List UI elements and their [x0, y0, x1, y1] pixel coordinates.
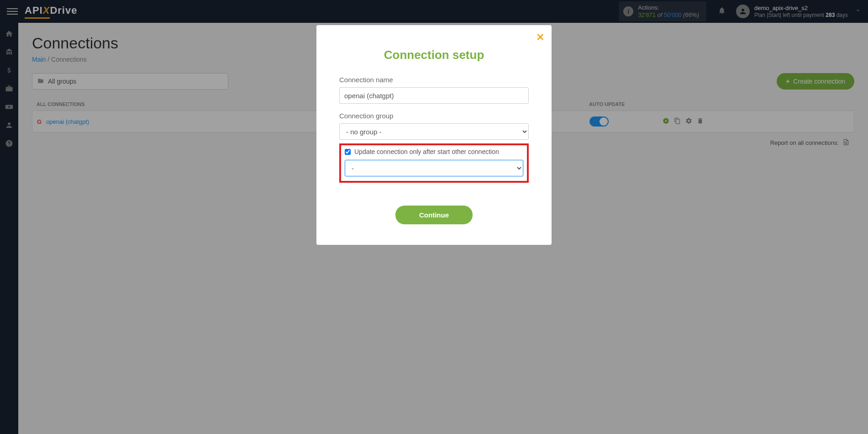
- connection-setup-modal: ✕ Connection setup Connection name Conne…: [316, 25, 552, 245]
- dependency-checkbox[interactable]: [345, 149, 351, 155]
- group-label: Connection group: [339, 112, 529, 120]
- name-label: Connection name: [339, 76, 529, 84]
- connection-group-select[interactable]: - no group -: [339, 123, 529, 140]
- dependency-highlight: Update connection only after start other…: [339, 143, 529, 183]
- dependency-checkbox-label: Update connection only after start other…: [354, 148, 499, 155]
- close-icon[interactable]: ✕: [536, 32, 544, 43]
- modal-title: Connection setup: [339, 48, 529, 62]
- modal-overlay: ✕ Connection setup Connection name Conne…: [0, 0, 868, 434]
- dependency-select[interactable]: -: [345, 160, 523, 176]
- connection-name-input[interactable]: [339, 87, 529, 104]
- continue-button[interactable]: Continue: [395, 206, 473, 224]
